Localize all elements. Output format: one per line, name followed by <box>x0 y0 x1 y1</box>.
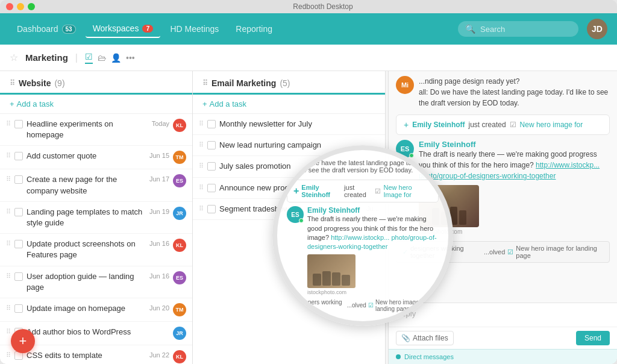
task-text: Headline experiments on homepage <box>27 119 148 140</box>
task-checkbox[interactable] <box>14 120 23 128</box>
attach-label: Attach files <box>413 334 448 342</box>
nav-workspaces[interactable]: Workspaces 7 <box>86 20 161 38</box>
notif-icon: + <box>404 120 409 130</box>
close-button[interactable] <box>6 3 13 10</box>
drag-handle: ⠿ <box>6 328 11 336</box>
add-task-icon: + <box>10 99 14 108</box>
task-board: ⠿ Website (9) + Add a task ⠿ Headline ex… <box>0 71 388 364</box>
hero-image-link[interactable]: http://www.istockp... photo/group-of-des… <box>419 161 600 180</box>
online-indicator <box>409 153 414 158</box>
task-text: July sales promotion <box>219 161 375 172</box>
task-item[interactable]: ⠿ Headline experiments on homepage Today… <box>0 114 192 146</box>
task-text: Add customer quote <box>27 151 146 162</box>
task-checkbox[interactable] <box>14 304 23 313</box>
task-text: Add author bios to WordPress <box>27 327 166 337</box>
avatar-initials: JD <box>592 24 603 34</box>
add-task-website[interactable]: + Add a task <box>0 95 192 114</box>
chat-messages: Mi ...nding page design ready yet? all: … <box>389 71 617 303</box>
task-avatar: KL <box>173 119 186 132</box>
task-list-email: ⠿ Monthly newsletter for July ⠿ New lead… <box>193 114 385 364</box>
more-icon[interactable]: ••• <box>126 53 135 63</box>
check-icon: ☑ <box>510 121 516 129</box>
paperclip-icon: 📎 <box>401 334 410 342</box>
search-bar[interactable]: 🔍 <box>458 21 578 37</box>
task-item[interactable]: ⠿ July sales promotion <box>193 156 385 177</box>
drag-handle: ⠿ <box>6 120 11 128</box>
task-checkbox[interactable] <box>207 205 216 213</box>
task-checkbox[interactable] <box>207 184 216 192</box>
task-checkbox[interactable] <box>14 208 23 216</box>
task-item[interactable]: ⠿ Update product screenshots on Features… <box>0 234 192 266</box>
task-item[interactable]: ⠿ Segment tradeshow list Ju... <box>193 199 385 220</box>
task-text: Create a new page for the company websit… <box>27 174 146 196</box>
nav-reporting[interactable]: Reporting <box>228 20 280 37</box>
drag-icon: ⠿ <box>202 79 208 87</box>
direct-messages-bar[interactable]: Direct messages <box>389 349 617 364</box>
notif-author: Emily Steinhoff <box>412 121 465 129</box>
image-preview <box>419 185 479 227</box>
tasks-icon[interactable]: ☑ <box>85 52 93 64</box>
column-count-email: (5) <box>280 78 290 88</box>
chat-reply-area: Reply 📎 Attach files Send <box>389 303 617 349</box>
task-checkbox[interactable] <box>207 141 216 149</box>
add-task-email[interactable]: + Add a task <box>193 95 385 114</box>
task-checkbox[interactable] <box>14 152 23 160</box>
task-item[interactable]: ⠿ Announce new product to NA segment <box>193 178 385 199</box>
nav-dashboard[interactable]: Dashboard 53 <box>10 20 83 37</box>
column-header-website: ⠿ Website (9) <box>0 71 192 95</box>
attach-button[interactable]: 📎 Attach files <box>396 331 454 345</box>
msg-text: ...nding page design ready yet? <box>419 76 610 87</box>
add-task-label: Add a task <box>210 99 246 108</box>
task-item[interactable]: ⠿ Update image on homepage Jun 20 TM <box>0 298 192 322</box>
reporting-label: Reporting <box>236 24 272 34</box>
column-website: ⠿ Website (9) + Add a task ⠿ Headline ex… <box>0 71 193 364</box>
search-input[interactable] <box>480 25 565 34</box>
nav-meetings[interactable]: HD Meetings <box>163 20 226 37</box>
minimize-button[interactable] <box>17 3 24 10</box>
task-item[interactable]: ⠿ New lead nurturing campaign <box>193 135 385 156</box>
drag-handle: ⠿ <box>199 162 204 170</box>
column-title-email: Email Marketing <box>211 78 276 88</box>
img-label: istockphoto.com <box>419 228 610 235</box>
task-checkbox[interactable] <box>207 162 216 171</box>
favorite-icon[interactable]: ☆ <box>10 52 18 63</box>
maximize-button[interactable] <box>28 3 35 10</box>
task-item[interactable]: ⠿ Create a new page for the company webs… <box>0 169 192 201</box>
navbar: Dashboard 53 Workspaces 7 HD Meetings Re… <box>0 13 617 45</box>
reply-input[interactable]: Reply <box>389 303 617 327</box>
drag-handle: ⠿ <box>199 141 204 149</box>
task-checkbox[interactable] <box>14 175 23 184</box>
task-avatar: JR <box>173 327 186 340</box>
emily-name: Emily Steinhoff <box>419 140 610 149</box>
fab-icon: + <box>19 333 27 349</box>
folder-icon[interactable]: 🗁 <box>98 53 106 63</box>
workspaces-badge: 7 <box>142 25 153 33</box>
task-checkbox[interactable] <box>14 272 23 281</box>
task-item[interactable]: ⠿ Landing page templates to match style … <box>0 202 192 234</box>
subheader-actions: ☑ 🗁 👤 ••• <box>85 52 135 64</box>
task-item[interactable]: ⠿ User adoption guide — landing page Jun… <box>0 266 192 298</box>
task-avatar: JR <box>173 207 186 220</box>
chat-reply-footer: 📎 Attach files Send <box>389 327 617 349</box>
users-icon[interactable]: 👤 <box>111 53 121 63</box>
task-date: Jun 17 <box>149 175 169 183</box>
task-avatar: KL <box>173 350 186 363</box>
task-item[interactable]: ⠿ Monthly newsletter for July <box>193 114 385 135</box>
task-date: Jun 16 <box>149 272 169 280</box>
dashboard-label: Dashboard <box>17 24 58 34</box>
drag-handle: ⠿ <box>6 152 11 160</box>
send-button[interactable]: Send <box>576 331 610 345</box>
task-checkbox[interactable] <box>14 240 23 248</box>
column-count-website: (9) <box>54 78 64 88</box>
titlebar: Redbooth Desktop <box>0 0 617 13</box>
drag-handle: ⠿ <box>6 240 11 248</box>
task-avatar: TM <box>173 303 186 316</box>
drag-handle: ⠿ <box>6 175 11 183</box>
user-avatar[interactable]: JD <box>587 19 607 39</box>
task-date: Jun 15 <box>149 152 169 159</box>
task-item[interactable]: ⠿ Add customer quote Jun 15 TM <box>0 146 192 169</box>
task-checkbox[interactable] <box>207 120 216 128</box>
fab-button[interactable]: + <box>11 329 35 353</box>
task-date: Jun 20 <box>149 304 169 312</box>
task-text: Update image on homepage <box>27 303 146 314</box>
